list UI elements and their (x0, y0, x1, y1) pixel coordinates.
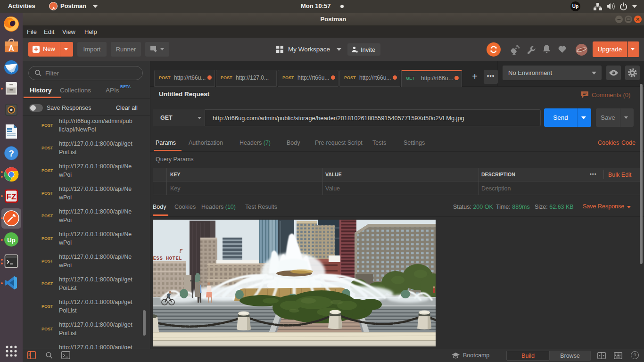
svg-text:RESS HOTEL: RESS HOTEL (153, 255, 182, 261)
svg-text:Up: Up (7, 237, 15, 244)
svg-text:?: ? (8, 148, 14, 158)
svg-text:FZ: FZ (7, 192, 17, 201)
svg-text:A: A (8, 44, 14, 52)
